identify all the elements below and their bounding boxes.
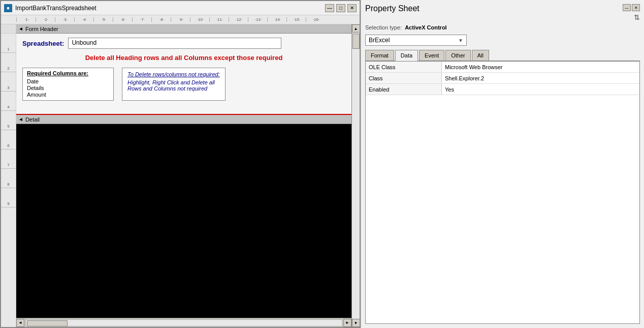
ruler-mark: ·3·: [55, 17, 74, 22]
titlebar: ■ ImportBankTransSpreadsheet — □ ✕: [1, 1, 360, 15]
delete-instructions-text: Highlight, Right Click and Delete allRow…: [127, 79, 220, 92]
ruler-left-mark: 3: [1, 72, 16, 92]
delete-warning: Delete all Heading rows and all Columns …: [22, 54, 345, 62]
form-header-content: Spreadsheet: Unbound Delete all Heading …: [16, 34, 351, 115]
ruler-left-marks: 1 2 3 4 5 6 7 8 9: [1, 34, 16, 207]
property-val-ole-class[interactable]: Microsoft Web Browser: [442, 62, 639, 72]
tab-data[interactable]: Data: [395, 50, 418, 61]
window-control-buttons: — ✕: [623, 4, 640, 11]
property-panel: Property Sheet — ✕ ⇅ Selection type: Act…: [361, 0, 644, 328]
tab-format[interactable]: Format: [365, 50, 394, 61]
ruler-mark: ·15·: [286, 17, 306, 22]
property-key-ole-class: OLE Class: [366, 62, 442, 72]
ruler-left-mark: 1: [1, 34, 16, 53]
selection-type-label: Selection type:: [365, 24, 402, 31]
ruler-left-mark: 4: [1, 92, 16, 111]
required-columns-title: Required Columns are:: [27, 70, 109, 76]
ruler-left-mark: 6: [1, 130, 16, 150]
detail-arrow: ◄: [18, 116, 23, 122]
ruler-mark: ·6·: [113, 17, 132, 22]
object-dropdown-container: BrExcel ▼: [365, 35, 640, 46]
ruler-left-mark: 2: [1, 53, 16, 72]
required-item-details: Details: [27, 85, 109, 91]
ruler-mark: ·10·: [190, 17, 209, 22]
delete-instructions-title: To Delete rows/columns not required:: [127, 71, 220, 77]
ruler-mark: ·7·: [132, 17, 151, 22]
titlebar-controls: — □ ✕: [325, 4, 357, 12]
required-item-amount: Amount: [27, 92, 109, 98]
form-panel: ■ ImportBankTransSpreadsheet — □ ✕ ·1· ·…: [0, 0, 361, 328]
app-icon-symbol: ■: [7, 6, 9, 11]
spreadsheet-value[interactable]: Unbound: [68, 38, 281, 49]
ruler-mark: ·11·: [209, 17, 229, 22]
required-item-date: Date: [27, 78, 109, 84]
scroll-h-thumb[interactable]: [27, 320, 68, 326]
ruler-mark: ·14·: [267, 17, 286, 22]
form-content: 1 2 3 4 5 6 7 8 9 ◄ Form Header: [1, 24, 360, 327]
selection-type-value: ActiveX Control: [405, 24, 447, 31]
spreadsheet-row: Spreadsheet: Unbound: [22, 38, 345, 49]
maximize-button[interactable]: □: [336, 4, 345, 12]
required-columns-box: Required Columns are: Date Details Amoun…: [22, 68, 114, 101]
detail-section-bar: ◄ Detail: [16, 115, 351, 124]
ruler-left-corner: [1, 24, 16, 34]
tab-event[interactable]: Event: [419, 50, 444, 61]
scroll-up-button[interactable]: ▲: [352, 24, 360, 33]
minimize-button[interactable]: —: [325, 4, 334, 12]
tab-all[interactable]: All: [472, 50, 489, 61]
property-sheet-title: Property Sheet: [365, 4, 420, 13]
ruler-mark: ·5·: [93, 17, 113, 22]
property-minimize-button[interactable]: —: [623, 4, 631, 11]
property-row-ole-class: OLE Class Microsoft Web Browser: [366, 62, 639, 73]
ruler-mark: ·13·: [248, 17, 267, 22]
scroll-down-button[interactable]: ▼: [352, 319, 360, 327]
property-row-class: Class Shell.Explorer.2: [366, 73, 639, 84]
property-row-enabled: Enabled Yes: [366, 84, 639, 95]
ruler-mark: ·16·: [306, 17, 325, 22]
ruler-mark: ·1·: [16, 17, 36, 22]
dropdown-arrow-icon: ▼: [458, 38, 463, 43]
vertical-scrollbar[interactable]: ▲ ▼: [351, 24, 360, 327]
ruler-mark: ·4·: [74, 17, 93, 22]
property-key-class: Class: [366, 73, 442, 83]
scroll-v-thumb[interactable]: [352, 34, 360, 49]
property-val-class[interactable]: Shell.Explorer.2: [442, 73, 639, 83]
form-header-arrow: ◄: [18, 26, 23, 32]
ruler-marks: ·1· ·2· ·3· ·4· ·5· ·6· ·7· ·8· ·9· ·10·…: [16, 17, 325, 22]
tab-other[interactable]: Other: [445, 50, 471, 61]
scroll-h-track[interactable]: [25, 319, 342, 326]
window-title: ImportBankTransSpreadsheet: [15, 5, 96, 12]
property-tabs: Format Data Event Other All: [365, 50, 640, 61]
ruler-mark: ·9·: [171, 17, 190, 22]
property-header-controls: — ✕ ⇅: [623, 4, 640, 21]
ruler-top: ·1· ·2· ·3· ·4· ·5· ·6· ·7· ·8· ·9· ·10·…: [1, 15, 360, 24]
dropdown-value: BrExcel: [369, 37, 390, 44]
scroll-v-track[interactable]: [352, 33, 360, 319]
form-header-label: Form Header: [25, 26, 58, 32]
detail-label: Detail: [25, 116, 40, 123]
property-table: OLE Class Microsoft Web Browser Class Sh…: [365, 61, 640, 324]
property-val-enabled[interactable]: Yes: [442, 84, 639, 95]
ruler-left-mark: 8: [1, 169, 16, 188]
ruler-mark: ·2·: [36, 17, 55, 22]
form-header-section-bar: ◄ Form Header: [16, 24, 351, 34]
ruler-left-mark: 5: [1, 111, 16, 130]
ruler-left: 1 2 3 4 5 6 7 8 9: [1, 24, 16, 327]
detail-content: [16, 124, 351, 318]
ruler-mark: ·12·: [229, 17, 248, 22]
close-button[interactable]: ✕: [347, 4, 357, 12]
object-dropdown[interactable]: BrExcel ▼: [365, 35, 467, 46]
ruler-left-mark: 7: [1, 150, 16, 169]
titlebar-left: ■ ImportBankTransSpreadsheet: [4, 4, 96, 12]
sort-icon[interactable]: ⇅: [634, 13, 640, 21]
property-header: Property Sheet — ✕ ⇅: [365, 4, 640, 21]
horizontal-scrollbar[interactable]: ◄ ►: [16, 318, 351, 327]
ruler-mark: ·8·: [151, 17, 171, 22]
selection-type-row: Selection type: ActiveX Control: [365, 24, 640, 31]
delete-instructions-box: To Delete rows/columns not required: Hig…: [122, 68, 226, 101]
app-icon: ■: [4, 4, 12, 12]
scroll-right-button[interactable]: ►: [343, 319, 351, 327]
scroll-left-button[interactable]: ◄: [16, 319, 24, 327]
property-close-button[interactable]: ✕: [632, 4, 640, 11]
property-key-enabled: Enabled: [366, 84, 442, 95]
